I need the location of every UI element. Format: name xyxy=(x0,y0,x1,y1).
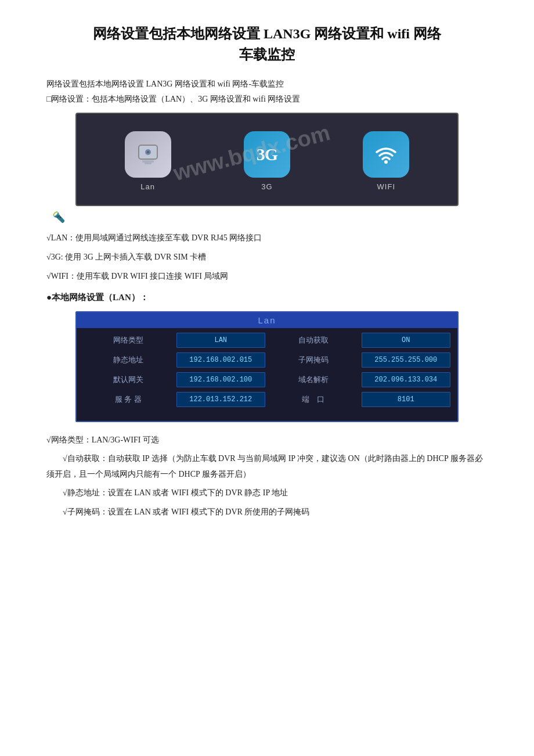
bottom-bullet-3: √子网掩码：设置在 LAN 或者 WIFI 模式下的 DVR 所使用的子网掩码 xyxy=(46,505,488,520)
lan-table-title: Lan xyxy=(77,312,457,328)
lan-value-server: 122.013.152.212 xyxy=(176,392,266,407)
wifi-icon xyxy=(363,131,409,178)
lan-label-subnet: 子网掩码 xyxy=(269,352,358,368)
svg-point-5 xyxy=(384,160,388,164)
lan-label-dns: 域名解析 xyxy=(269,372,358,387)
lan-icon-group: Lan xyxy=(125,131,171,191)
bullet-local-lan: ●本地网络设置（LAN）： xyxy=(46,290,488,305)
lan-value-dns: 202.096.133.034 xyxy=(362,372,451,387)
lan-table-body: 网络类型 LAN 自动获取 ON 静态地址 192.168.002.015 子网… xyxy=(77,328,457,421)
bullet-lan: √LAN：使用局域网通过网线连接至车载 DVR RJ45 网络接口 xyxy=(46,231,488,245)
lan-label: Lan xyxy=(140,182,155,191)
lan-label-auto-get: 自动获取 xyxy=(269,333,358,348)
wifi-icon-group: WIFI xyxy=(363,131,409,191)
bottom-bullet-2: √静态地址：设置在 LAN 或者 WIFI 模式下的 DVR 静态 IP 地址 xyxy=(46,485,488,501)
subtitle-text: 网络设置包括本地网络设置 LAN3G 网络设置和 wifi 网络-车载监控 xyxy=(46,79,488,89)
lan-label-port: 端 口 xyxy=(269,392,358,407)
lan-row-2: 静态地址 192.168.002.015 子网掩码 255.255.255.00… xyxy=(84,352,450,368)
lan-value-network-type: LAN xyxy=(176,333,266,348)
lan-label-gateway: 默认网关 xyxy=(84,372,173,387)
lan-label-network-type: 网络类型 xyxy=(84,333,173,348)
network-desc-text: □网络设置：包括本地网络设置（LAN）、3G 网络设置和 wifi 网络设置 xyxy=(46,94,488,105)
svg-rect-1 xyxy=(142,160,154,163)
lan-row-3: 默认网关 192.168.002.100 域名解析 202.096.133.03… xyxy=(84,372,450,387)
wifi-label: WIFI xyxy=(377,182,395,191)
lan-value-subnet: 255.255.255.000 xyxy=(362,352,451,368)
lan-label-static-addr: 静态地址 xyxy=(84,352,173,368)
network-icons-image: Lan 3G 3G WIFI www.bqdx.com xyxy=(75,113,459,206)
page-title: 网络设置包括本地网络设置 LAN3G 网络设置和 wifi 网络 车载监控 xyxy=(46,23,488,65)
threeg-icon: 3G xyxy=(244,131,290,178)
lan-value-port: 8101 xyxy=(362,392,451,407)
lan-value-gateway: 192.168.002.100 xyxy=(176,372,266,387)
svg-rect-2 xyxy=(145,163,151,164)
bullet-3g: √3G: 使用 3G 上网卡插入车载 DVR SIM 卡槽 xyxy=(46,250,488,264)
threeg-label: 3G xyxy=(261,182,272,191)
lan-row-4: 服 务 器 122.013.152.212 端 口 8101 xyxy=(84,392,450,407)
bottom-arrow-icon: 🔦 xyxy=(46,211,488,224)
lan-table: Lan 网络类型 LAN 自动获取 ON 静态地址 192.168.002.01… xyxy=(75,311,459,422)
lan-icon xyxy=(125,131,171,178)
threeg-icon-group: 3G 3G xyxy=(244,131,290,191)
svg-point-4 xyxy=(146,151,149,154)
bullet-wifi: √WIFI：使用车载 DVR WIFI 接口连接 WIFI 局域网 xyxy=(46,269,488,283)
lan-value-static-addr: 192.168.002.015 xyxy=(176,352,266,368)
lan-value-auto-get: ON xyxy=(362,333,451,348)
bottom-bullet-0: √网络类型：LAN/3G-WIFI 可选 xyxy=(46,433,488,448)
lan-label-server: 服 务 器 xyxy=(84,392,173,407)
lan-row-1: 网络类型 LAN 自动获取 ON xyxy=(84,333,450,348)
bottom-bullet-1: √自动获取：自动获取 IP 选择（为防止车载 DVR 与当前局域网 IP 冲突，… xyxy=(46,451,488,482)
